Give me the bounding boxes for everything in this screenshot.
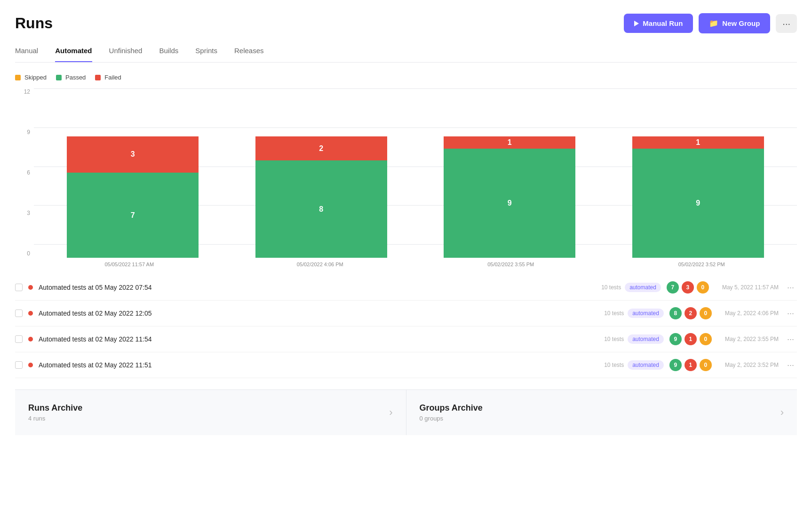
groups-archive-title: Groups Archive <box>420 403 483 413</box>
groups-archive-arrow: › <box>780 406 784 419</box>
run-more-button[interactable]: ··· <box>784 359 797 371</box>
bar-passed: 8 <box>255 160 387 258</box>
badge-failed: 3 <box>682 281 694 294</box>
run-name: Automated tests at 02 May 2022 12:05 <box>39 310 601 317</box>
run-test-count: 10 tests <box>604 362 624 368</box>
run-more-button[interactable]: ··· <box>784 308 797 319</box>
runs-archive-card[interactable]: Runs Archive 4 runs › <box>15 390 406 435</box>
run-status-dot <box>28 285 33 290</box>
x-axis-label: 05/02/2022 3:52 PM <box>606 262 797 267</box>
tab-unfinished[interactable]: Unfinished <box>109 42 143 62</box>
chart-grid-line <box>34 88 797 89</box>
tab-manual[interactable]: Manual <box>15 42 38 62</box>
run-badges: 910 <box>669 359 712 371</box>
legend-dot-passed <box>56 75 62 80</box>
run-name-wrap: Automated tests at 02 May 2022 12:0510 t… <box>39 309 664 318</box>
legend-label-skipped: Skipped <box>24 74 47 81</box>
bar-failed: 1 <box>444 136 575 149</box>
runs-list: Automated tests at 05 May 2022 07:5410 t… <box>15 275 797 378</box>
run-tag: automated <box>625 283 661 292</box>
run-name-wrap: Automated tests at 02 May 2022 11:5110 t… <box>39 360 664 370</box>
legend-label-passed: Passed <box>65 74 86 81</box>
run-date: May 2, 2022 3:55 PM <box>725 336 779 342</box>
folder-icon: 📁 <box>709 19 718 28</box>
legend-item-passed: Passed <box>56 74 86 81</box>
run-checkbox[interactable] <box>15 361 23 369</box>
run-name-wrap: Automated tests at 02 May 2022 11:5410 t… <box>39 334 664 344</box>
run-checkbox[interactable] <box>15 284 23 291</box>
run-badges: 910 <box>669 333 712 345</box>
legend-label-failed: Failed <box>104 74 121 81</box>
run-checkbox[interactable] <box>15 310 23 317</box>
bar-failed: 1 <box>632 136 764 149</box>
run-name: Automated tests at 02 May 2022 11:54 <box>39 335 601 343</box>
runs-archive-subtitle: 4 runs <box>28 415 82 422</box>
badge-failed: 2 <box>685 307 697 319</box>
run-test-count: 10 tests <box>604 336 624 342</box>
manual-run-button[interactable]: Manual Run <box>624 14 693 33</box>
tab-builds[interactable]: Builds <box>159 42 178 62</box>
run-badges: 730 <box>667 281 709 294</box>
badge-skipped: 0 <box>700 333 712 345</box>
header-actions: Manual Run 📁 New Group ··· <box>624 13 797 33</box>
bar-failed: 2 <box>255 136 387 161</box>
bar-passed: 9 <box>632 149 764 258</box>
y-axis-label: 3 <box>15 210 30 216</box>
badge-failed: 1 <box>685 359 697 371</box>
runs-archive-text: Runs Archive 4 runs <box>28 403 82 422</box>
run-status-dot <box>28 337 33 341</box>
legend-dot-failed <box>95 75 101 80</box>
run-more-button[interactable]: ··· <box>784 333 797 345</box>
archive-row: Runs Archive 4 runs › Groups Archive 0 g… <box>15 389 797 435</box>
run-date: May 2, 2022 4:06 PM <box>725 310 779 317</box>
run-name: Automated tests at 05 May 2022 07:54 <box>39 284 598 291</box>
groups-archive-card[interactable]: Groups Archive 0 groups › <box>406 390 797 435</box>
run-more-button[interactable]: ··· <box>784 282 797 294</box>
badge-passed: 8 <box>669 307 682 319</box>
more-options-button[interactable]: ··· <box>776 14 797 33</box>
run-test-count: 10 tests <box>604 310 624 317</box>
tab-sprints[interactable]: Sprints <box>195 42 217 62</box>
play-icon <box>634 21 639 26</box>
run-item: Automated tests at 02 May 2022 11:5410 t… <box>15 326 797 352</box>
groups-archive-text: Groups Archive 0 groups <box>420 403 483 422</box>
badge-failed: 1 <box>685 333 697 345</box>
bar-group[interactable]: 19 <box>415 136 604 258</box>
page-title: Runs <box>15 15 53 32</box>
run-checkbox[interactable] <box>15 335 23 343</box>
x-axis-label: 05/02/2022 3:55 PM <box>415 262 606 267</box>
new-group-button[interactable]: 📁 New Group <box>699 13 770 33</box>
badge-passed: 9 <box>669 333 682 345</box>
bar-failed: 3 <box>67 136 199 173</box>
legend-item-failed: Failed <box>95 74 121 81</box>
badge-skipped: 0 <box>700 307 712 319</box>
y-axis-label: 9 <box>15 129 30 135</box>
run-tag: automated <box>628 334 664 344</box>
badge-passed: 7 <box>667 281 679 294</box>
run-tag: automated <box>628 360 664 370</box>
page-header: Runs Manual Run 📁 New Group ··· <box>15 0 797 42</box>
x-axis-label: 05/02/2022 4:06 PM <box>225 262 416 267</box>
run-item: Automated tests at 02 May 2022 12:0510 t… <box>15 301 797 326</box>
badge-skipped: 0 <box>700 359 712 371</box>
y-axis-label: 12 <box>15 88 30 95</box>
tab-automated[interactable]: Automated <box>55 42 92 62</box>
run-item: Automated tests at 02 May 2022 11:5110 t… <box>15 352 797 378</box>
badge-skipped: 0 <box>697 281 709 294</box>
run-name: Automated tests at 02 May 2022 11:51 <box>39 361 601 369</box>
tab-releases[interactable]: Releases <box>234 42 264 62</box>
y-axis-label: 0 <box>15 250 30 257</box>
bar-group[interactable]: 37 <box>39 136 227 258</box>
runs-archive-arrow: › <box>389 406 392 419</box>
run-status-dot <box>28 311 33 316</box>
run-date: May 2, 2022 3:52 PM <box>725 362 779 368</box>
run-status-dot <box>28 363 33 367</box>
bar-group[interactable]: 19 <box>604 136 793 258</box>
chart-legend: SkippedPassedFailed <box>15 74 797 81</box>
legend-dot-skipped <box>15 75 21 80</box>
run-test-count: 10 tests <box>601 284 621 291</box>
bar-group[interactable]: 28 <box>227 136 416 258</box>
runs-archive-title: Runs Archive <box>28 403 82 413</box>
bar-passed: 7 <box>67 173 199 258</box>
run-date: May 5, 2022 11:57 AM <box>722 284 779 291</box>
